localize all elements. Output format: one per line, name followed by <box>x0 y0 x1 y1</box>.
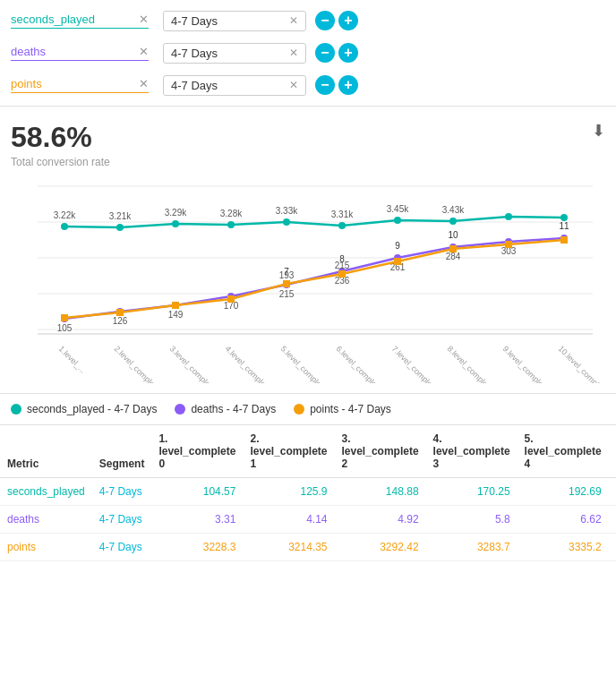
filter-days-remove-2[interactable]: ✕ <box>289 79 298 91</box>
filter-remove-seconds-played[interactable]: ✕ <box>139 13 149 26</box>
svg-text:3.29k: 3.29k <box>165 208 187 218</box>
filter-days-deaths[interactable]: 4-7 Days ✕ <box>163 43 306 64</box>
legend-item-seconds-played: seconds_played - 4-7 Days <box>11 403 157 415</box>
cell-value: 215.21 <box>609 478 616 506</box>
svg-text:9: 9 <box>395 241 400 251</box>
svg-text:2.level_complete_1: 2.level_complete_1 <box>113 344 168 383</box>
svg-text:3.28k: 3.28k <box>220 209 243 218</box>
filter-plus-2[interactable]: + <box>338 75 358 95</box>
cell-value: 192.69 <box>518 478 609 506</box>
filter-actions-2: − + <box>315 75 358 95</box>
data-table: Metric Segment 1. level_complete 0 2. le… <box>0 425 616 561</box>
filter-minus-1[interactable]: − <box>315 43 335 63</box>
cell-metric[interactable]: deaths <box>0 506 92 534</box>
svg-text:3.31k: 3.31k <box>331 209 354 219</box>
filter-days-remove-1[interactable]: ✕ <box>289 47 298 59</box>
cell-value: 3214.35 <box>243 534 334 561</box>
filter-actions-0: − + <box>315 11 358 30</box>
filter-minus-0[interactable]: − <box>315 11 335 30</box>
svg-point-13 <box>449 218 457 225</box>
col-header-lc2: 3. level_complete 2 <box>335 425 426 478</box>
svg-rect-45 <box>172 302 179 309</box>
svg-text:3.22k: 3.22k <box>54 210 76 220</box>
legend-label-deaths: deaths - 4-7 Days <box>191 403 276 415</box>
chart-section: 58.6% Total conversion rate ⬇ <box>0 107 616 394</box>
cell-value: 3228.3 <box>151 534 243 561</box>
col-header-lc5: 6. level_complete 5 <box>609 425 616 478</box>
svg-point-7 <box>116 224 124 231</box>
filter-remove-points[interactable]: ✕ <box>139 77 149 90</box>
svg-rect-44 <box>116 309 124 316</box>
svg-text:105: 105 <box>57 323 73 333</box>
svg-text:3.33k: 3.33k <box>276 206 298 216</box>
cell-value: 148.88 <box>335 478 426 506</box>
svg-text:4.level_complete_3: 4.level_complete_3 <box>224 344 279 383</box>
table-row: deaths4-7 Days3.314.144.925.86.627.53 <box>0 506 616 534</box>
svg-text:5.level_complete_4: 5.level_complete_4 <box>279 344 335 383</box>
filter-days-points[interactable]: 4-7 Days ✕ <box>163 75 306 96</box>
cell-value: 7.53 <box>609 506 616 534</box>
svg-text:10: 10 <box>448 230 458 240</box>
filter-minus-2[interactable]: − <box>315 75 335 95</box>
legend-label-seconds-played: seconds_played - 4-7 Days <box>27 403 157 415</box>
filter-name-points: points ✕ <box>11 77 154 93</box>
cell-metric[interactable]: points <box>0 534 92 561</box>
filter-name-seconds-played: seconds_played ✕ <box>11 13 154 29</box>
conversion-label: Total conversion rate <box>11 156 605 168</box>
legend-dot-orange <box>294 404 304 415</box>
svg-text:6.level_complete_5: 6.level_complete_5 <box>335 344 390 383</box>
line-chart: 3.22k 3.21k 3.29k 3.28k 3.33k 3.31k 3.45… <box>11 177 602 383</box>
col-header-metric: Metric <box>0 425 92 478</box>
cell-value: 3292.42 <box>335 534 426 561</box>
cell-value: 6.62 <box>518 506 609 534</box>
col-header-segment: Segment <box>92 425 152 478</box>
filter-plus-1[interactable]: + <box>338 43 358 63</box>
svg-rect-47 <box>283 280 290 287</box>
svg-point-6 <box>61 223 68 230</box>
filter-row-deaths: deaths ✕ 4-7 Days ✕ − + <box>11 39 605 66</box>
svg-text:3.45k: 3.45k <box>387 204 409 214</box>
filter-remove-deaths[interactable]: ✕ <box>139 45 149 58</box>
filter-days-seconds-played[interactable]: 4-7 Days ✕ <box>163 11 306 31</box>
svg-text:215: 215 <box>279 289 295 299</box>
svg-text:284: 284 <box>446 252 461 261</box>
svg-text:8: 8 <box>339 254 345 264</box>
table-section: Metric Segment 1. level_complete 0 2. le… <box>0 425 616 561</box>
svg-text:3.43k: 3.43k <box>442 205 465 215</box>
filter-row-seconds-played: seconds_played ✕ 4-7 Days ✕ − + <box>11 7 605 34</box>
cell-value: 125.9 <box>243 478 334 506</box>
col-header-lc3: 4. level_complete 3 <box>426 425 518 478</box>
download-button[interactable]: ⬇ <box>592 121 605 141</box>
svg-text:126: 126 <box>113 316 128 326</box>
filter-plus-0[interactable]: + <box>338 11 358 30</box>
svg-rect-50 <box>449 245 457 252</box>
legend-dot-purple <box>175 404 185 415</box>
svg-point-8 <box>172 220 179 227</box>
svg-rect-43 <box>61 314 68 321</box>
svg-rect-52 <box>560 236 568 244</box>
col-header-lc1: 2. level_complete 1 <box>243 425 334 478</box>
filter-days-remove-0[interactable]: ✕ <box>289 14 298 27</box>
filter-row-points: points ✕ 4-7 Days ✕ − + <box>11 72 605 98</box>
cell-value: 170.25 <box>426 478 518 506</box>
svg-rect-51 <box>505 241 512 248</box>
legend-item-deaths: deaths - 4-7 Days <box>175 403 276 415</box>
cell-value: 5.8 <box>426 506 518 534</box>
svg-point-14 <box>505 213 512 220</box>
conversion-rate: 58.6% <box>11 121 605 154</box>
cell-value: 4.14 <box>243 506 334 534</box>
cell-metric[interactable]: seconds_played <box>0 478 92 506</box>
svg-text:8.level_complete_7: 8.level_complete_7 <box>446 344 501 383</box>
svg-text:7.level_complete_6: 7.level_complete_6 <box>390 344 446 383</box>
table-body: seconds_played4-7 Days104.57125.9148.881… <box>0 478 616 561</box>
cell-segment: 4-7 Days <box>92 534 152 561</box>
svg-text:1.level_...: 1.level_... <box>57 344 88 374</box>
svg-rect-46 <box>227 295 235 303</box>
svg-rect-48 <box>338 270 346 278</box>
cell-segment: 4-7 Days <box>92 506 152 534</box>
legend-dot-teal <box>11 404 21 415</box>
filter-name-deaths: deaths ✕ <box>11 45 154 61</box>
cell-value: 3283.7 <box>426 534 518 561</box>
table-row: seconds_played4-7 Days104.57125.9148.881… <box>0 478 616 506</box>
table-header-row: Metric Segment 1. level_complete 0 2. le… <box>0 425 616 478</box>
